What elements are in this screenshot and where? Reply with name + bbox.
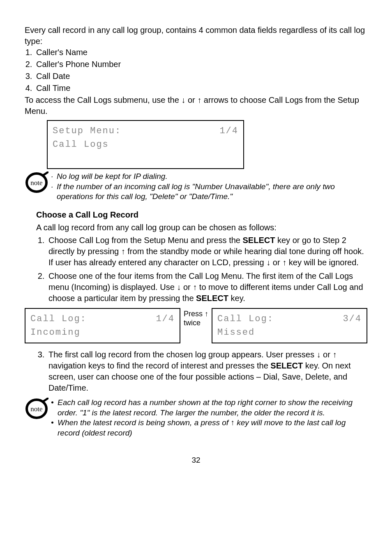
lcd-line: Missed xyxy=(217,326,362,339)
up-arrow-icon: ↑ xyxy=(282,258,286,267)
down-arrow-icon: ↓ xyxy=(181,95,185,104)
select-key-label: SELECT xyxy=(196,294,228,303)
lcd-page: 1/4 xyxy=(219,124,238,138)
note-block-2: note •Each call log record has a number … xyxy=(25,398,367,438)
lcd-title: Setup Menu: xyxy=(53,124,121,138)
step-1: Choose Call Log from the Setup Menu and … xyxy=(47,235,367,268)
intro-list: Caller's Name Caller's Phone Number Call… xyxy=(25,47,367,94)
list-item: Caller's Name xyxy=(35,47,367,58)
note-text: ·No log will be kept for IP dialing. ·If… xyxy=(51,171,367,202)
page-content: Every call record in any call log group,… xyxy=(25,25,367,465)
choose-heading: Choose a Call Log Record xyxy=(36,209,367,220)
step-3: The first call log record from the chose… xyxy=(47,349,367,394)
note-text: •Each call log record has a number shown… xyxy=(51,398,367,438)
steps-list: Choose Call Log from the Setup Menu and … xyxy=(36,235,367,304)
up-arrow-icon: ↑ xyxy=(121,247,125,256)
down-arrow-icon: ↓ xyxy=(177,283,181,292)
note-icon: note xyxy=(25,171,48,194)
list-item: Call Time xyxy=(35,83,367,94)
lcd-line: Incoming xyxy=(30,326,175,339)
lcd-title: Call Log: xyxy=(30,312,87,326)
steps-list-continued: The first call log record from the chose… xyxy=(36,349,367,394)
select-key-label: SELECT xyxy=(243,236,275,245)
step-2: Choose one of the four items from the Ca… xyxy=(47,271,367,304)
page-number: 32 xyxy=(25,455,367,466)
lcd-title: Call Log: xyxy=(217,312,274,326)
lcd-page: 3/4 xyxy=(343,312,362,326)
select-key-label: SELECT xyxy=(270,361,303,370)
intro-para1: Every call record in any call log group,… xyxy=(25,25,365,46)
lcd-page: 1/4 xyxy=(156,312,175,326)
list-item: Caller's Phone Number xyxy=(35,59,367,70)
svg-text:note: note xyxy=(30,405,42,413)
intro-section: Every call record in any call log group,… xyxy=(25,25,367,117)
choose-intro: A call log record from any call log grou… xyxy=(36,222,367,233)
lcd-display-calllog-missed: Call Log: 3/4 Missed xyxy=(212,308,367,343)
down-arrow-icon: ↓ xyxy=(317,350,321,359)
list-item: Call Date xyxy=(35,71,367,82)
down-arrow-icon: ↓ xyxy=(266,258,270,267)
note-icon: note xyxy=(25,398,48,420)
svg-text:note: note xyxy=(30,179,42,187)
up-arrow-icon: ↑ xyxy=(332,350,337,359)
press-up-twice-label: Press ↑ twice xyxy=(184,308,208,327)
lcd-pair: Call Log: 1/4 Incoming Press ↑ twice Cal… xyxy=(25,308,367,343)
lcd-line: Call Logs xyxy=(53,138,238,151)
up-arrow-icon: ↑ xyxy=(193,283,197,292)
note-block-1: note ·No log will be kept for IP dialing… xyxy=(25,171,367,202)
lcd-display-calllog-incoming: Call Log: 1/4 Incoming xyxy=(25,308,180,343)
up-arrow-icon: ↑ xyxy=(231,418,235,427)
lcd-display-setup: Setup Menu: 1/4 Call Logs xyxy=(47,120,244,169)
up-arrow-icon: ↑ xyxy=(197,95,201,104)
intro-para2: To access the Call Logs submenu, use the… xyxy=(25,95,359,116)
